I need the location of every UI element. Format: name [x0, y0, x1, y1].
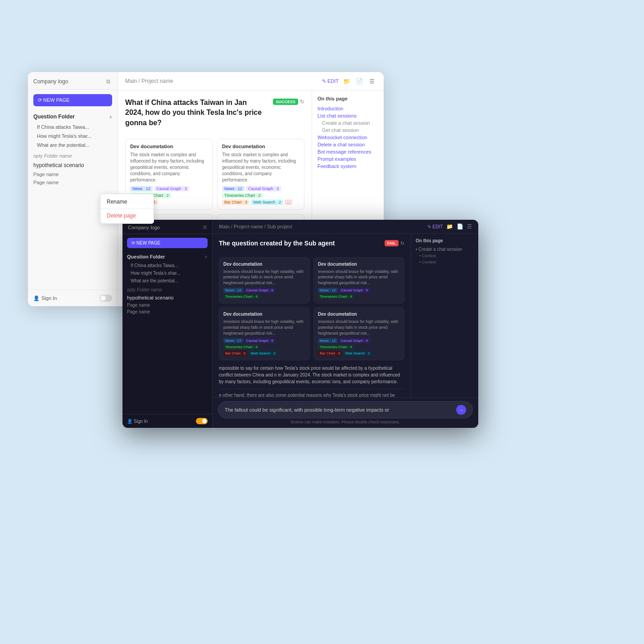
- new-page-button[interactable]: ⟳ NEW PAGE: [33, 94, 112, 106]
- rename-menu-item[interactable]: Rename: [100, 196, 154, 208]
- card-text-2: The stock market is complex and influenc…: [222, 152, 299, 183]
- card-dark-tags-1: News · 12 Causal Graph · 6 Timeseries Ch…: [223, 288, 305, 299]
- edit-button-light[interactable]: ✎ EDIT: [322, 78, 339, 84]
- hypothetical-scenario-dark[interactable]: hypothetical scenario: [122, 294, 212, 302]
- menu-icon[interactable]: ☰: [367, 77, 376, 86]
- company-logo-dark: Company logo: [128, 225, 160, 230]
- question-folder[interactable]: Question Folder ∧: [28, 111, 118, 122]
- toc-context-2-dark[interactable]: • Context: [416, 259, 474, 265]
- theme-toggle-dark[interactable]: [196, 418, 208, 424]
- sidebar-item-dark-1[interactable]: If China attacks Taiwa...: [122, 262, 212, 269]
- menu-icon-dark[interactable]: ☰: [467, 223, 472, 230]
- tag-causal-2: Causal Graph · 3: [246, 186, 281, 191]
- toc-get-session[interactable]: Get chat session: [317, 127, 378, 134]
- question-folder-dark[interactable]: Question Folder ∧: [122, 252, 212, 262]
- refresh-icon-dark[interactable]: ↻: [400, 240, 404, 246]
- new-tab-icon-dark[interactable]: ⧉: [203, 224, 207, 230]
- tag-timeseries-2: Timeseries Chart · 2: [222, 193, 263, 198]
- sign-in-button-dark[interactable]: 👤 Sign In: [127, 419, 148, 424]
- sidebar-item-2[interactable]: How might Tesla's shar...: [28, 132, 118, 141]
- sidebar-item-1[interactable]: If China attacks Taiwa...: [28, 122, 118, 132]
- edit-button-dark[interactable]: ✎ EDIT: [427, 224, 443, 229]
- folder-name: Question Folder: [33, 113, 75, 120]
- hypothetical-scenario-item[interactable]: hypothetical scenario: [28, 160, 118, 170]
- sidebar-item-dark-3[interactable]: What are the potential...: [122, 277, 212, 285]
- send-button[interactable]: →: [456, 405, 466, 415]
- cards-grid-dark: Dev documetation Investors should brace …: [219, 257, 404, 361]
- card-dark-title-4: Dev documetation: [318, 312, 400, 317]
- main-content-dark: Main / Project name / Sub project ✎ EDIT…: [213, 220, 478, 428]
- empty-folder-name: npty Folder name: [28, 150, 118, 160]
- card-title-1: Dev documetation: [130, 144, 208, 149]
- dtag-bar-4: Bar Chart · 8: [318, 351, 342, 356]
- delete-page-menu-item[interactable]: Delete page: [100, 210, 154, 222]
- dtag-timeseries-3: Timeseries Chart · 4: [223, 345, 259, 349]
- theme-toggle[interactable]: [100, 295, 112, 302]
- sign-in-button[interactable]: 👤 Sign In: [33, 295, 57, 301]
- card-dark-4: Dev documetation Investors should brace …: [313, 307, 404, 360]
- toc-websocket[interactable]: Websocket connection: [317, 134, 378, 141]
- card-dark-text-3: Investors should brace for high volatili…: [223, 319, 305, 336]
- dtag-websearch-4: Web Search · 2: [343, 351, 372, 356]
- toc-bot-messages[interactable]: Bot message references: [317, 148, 378, 155]
- sidebar-item-dark-2[interactable]: How might Tesla's shar...: [122, 269, 212, 277]
- sign-in-label-dark: Sign In: [134, 419, 148, 424]
- chat-input-bar: The fallout could be significant, with p…: [213, 397, 478, 428]
- empty-folder-dark: npty Folder name: [122, 285, 212, 294]
- page-name-dark-2[interactable]: Page name: [122, 308, 212, 315]
- new-page-button-dark[interactable]: ⟳ NEW PAGE: [127, 238, 208, 248]
- dtag-websearch-3: Web Search · 2: [249, 351, 277, 356]
- new-tab-icon[interactable]: ⧉: [104, 77, 112, 86]
- card-light-2: Dev documetation The stock market is com…: [217, 139, 304, 210]
- toc-list-sessions[interactable]: List chat sessions: [317, 112, 378, 119]
- chat-input-text: The fallout could be significant, with p…: [225, 407, 453, 413]
- tag-websearch-2: Web Search · 2: [251, 200, 283, 205]
- card-dark-tags-3b: Bar Chart · 8 Web Search · 2: [223, 351, 305, 356]
- tag-more-2: ...: [285, 200, 293, 205]
- page-body-dark: The question created by the Sub agent FA…: [213, 234, 478, 397]
- card-dark-2: Dev documetation Investors should brace …: [313, 257, 404, 304]
- dtag-timeseries-4: Timeseries Chart · 4: [318, 345, 354, 349]
- tag-news-1: News · 12: [130, 186, 153, 191]
- page-question-light: What if China attacks Taiwan in Jan 2024…: [125, 98, 266, 128]
- toc-create-dark[interactable]: • Create a chat session: [416, 246, 474, 253]
- context-menu: Rename Delete page: [100, 194, 154, 224]
- topbar-light: Main / Project name ✎ EDIT 📁 📄 ☰: [118, 72, 384, 91]
- breadcrumb-dark: Main / Project name / Sub project: [219, 224, 292, 229]
- chevron-icon: ∧: [109, 114, 112, 119]
- toc-delete-session[interactable]: Delete a chat session: [317, 141, 378, 148]
- dtag-news-2: News · 12: [318, 288, 338, 293]
- dtag-causal-2: Causal Graph · 6: [339, 288, 370, 293]
- document-icon-dark[interactable]: 📄: [457, 223, 463, 230]
- folder-icon-dark[interactable]: 📁: [446, 223, 453, 230]
- folder-icon[interactable]: 📁: [342, 77, 351, 86]
- page-name-2[interactable]: Page name: [28, 178, 118, 186]
- chat-hint: Eveme can make mistakes. Please double-c…: [218, 420, 473, 424]
- topbar-dark: Main / Project name / Sub project ✎ EDIT…: [213, 220, 478, 234]
- chevron-icon-dark: ∧: [204, 254, 208, 259]
- refresh-icon[interactable]: ↻: [300, 99, 304, 105]
- sidebar-item-3[interactable]: What are the potential...: [28, 141, 118, 150]
- sidebar-bottom-dark: 👤 Sign In: [122, 414, 212, 428]
- front-window: Company logo ⧉ ⟳ NEW PAGE Question Folde…: [122, 220, 478, 428]
- page-name-dark-1[interactable]: Page name: [122, 302, 212, 308]
- topbar-dark-actions: ✎ EDIT 📁 📄 ☰: [427, 223, 472, 230]
- status-badge-fail: FAIL: [385, 240, 399, 246]
- card-text-1: The stock market is complex and influenc…: [130, 152, 208, 183]
- toc-title-light: On this page: [317, 96, 378, 101]
- sidebar-light: Company logo ⧉ ⟳ NEW PAGE Question Folde…: [28, 72, 118, 306]
- toc-create-session[interactable]: Create a chat session: [317, 119, 378, 127]
- dtag-bar-3: Bar Chart · 8: [223, 351, 247, 356]
- toc-introduction[interactable]: Introduction: [317, 105, 378, 112]
- toc-feedback[interactable]: Feedback system: [317, 163, 378, 170]
- page-name-1[interactable]: Page name: [28, 170, 118, 178]
- toc-prompt-examples[interactable]: Prompt examples: [317, 155, 378, 163]
- page-question-dark: The question created by the Sub agent: [219, 239, 377, 248]
- card-dark-3: Dev documetation Investors should brace …: [219, 307, 310, 360]
- toc-context-1-dark[interactable]: • Context: [416, 253, 474, 259]
- chat-input-container[interactable]: The fallout could be significant, with p…: [218, 401, 473, 418]
- user-icon-dark: 👤: [127, 419, 132, 424]
- toggle-knob: [100, 295, 106, 301]
- tag-bar-2: Bar Chart · 3: [222, 200, 249, 205]
- document-icon[interactable]: 📄: [355, 77, 364, 86]
